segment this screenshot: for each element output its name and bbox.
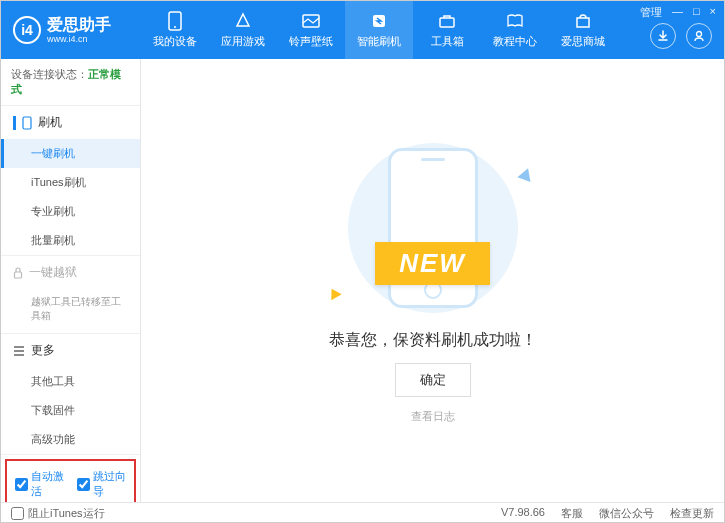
apps-icon [233, 11, 253, 31]
svg-rect-4 [440, 18, 454, 27]
minimize-button[interactable]: — [672, 5, 683, 20]
triangle-icon [326, 285, 341, 300]
triangle-icon [517, 165, 534, 181]
phone-icon [165, 11, 185, 31]
view-log-link[interactable]: 查看日志 [411, 409, 455, 424]
svg-rect-7 [23, 117, 31, 129]
nav-tutorials[interactable]: 教程中心 [481, 1, 549, 59]
logo-icon: i4 [13, 16, 41, 44]
success-illustration: NEW [323, 138, 543, 318]
list-icon [13, 346, 25, 356]
settings-link[interactable]: 管理 [640, 5, 662, 20]
wechat-link[interactable]: 微信公众号 [599, 506, 654, 521]
header-right-buttons [650, 23, 712, 49]
skip-guide-checkbox[interactable]: 跳过向导 [77, 469, 127, 499]
nav-label: 爱思商城 [561, 34, 605, 49]
nav-label: 铃声壁纸 [289, 34, 333, 49]
store-icon [573, 11, 593, 31]
window-controls: 管理 — □ × [640, 5, 716, 20]
download-button[interactable] [650, 23, 676, 49]
wallpaper-icon [301, 11, 321, 31]
sidebar-item-advanced[interactable]: 高级功能 [1, 425, 140, 454]
brand-url: www.i4.cn [47, 34, 111, 45]
jailbreak-note: 越狱工具已转移至工具箱 [1, 289, 140, 333]
nav-my-device[interactable]: 我的设备 [141, 1, 209, 59]
success-message: 恭喜您，保资料刷机成功啦！ [329, 330, 537, 351]
footer: 阻止iTunes运行 V7.98.66 客服 微信公众号 检查更新 [1, 502, 724, 523]
sidebar-item-other-tools[interactable]: 其他工具 [1, 367, 140, 396]
phone-icon [22, 116, 32, 130]
nav-label: 应用游戏 [221, 34, 265, 49]
sidebar-more-header[interactable]: 更多 [1, 334, 140, 367]
svg-point-1 [174, 26, 176, 28]
auto-activate-checkbox[interactable]: 自动激活 [15, 469, 65, 499]
sidebar-item-batch-flash[interactable]: 批量刷机 [1, 226, 140, 255]
new-ribbon: NEW [375, 242, 490, 285]
sidebar-flash-header[interactable]: 刷机 [1, 106, 140, 139]
sidebar-item-itunes-flash[interactable]: iTunes刷机 [1, 168, 140, 197]
main-nav: 我的设备 应用游戏 铃声壁纸 智能刷机 工具箱 教程中心 爱思商城 [141, 1, 724, 59]
svg-point-6 [697, 32, 702, 37]
sidebar-item-pro-flash[interactable]: 专业刷机 [1, 197, 140, 226]
version-label: V7.98.66 [501, 506, 545, 521]
sidebar-jailbreak-header: 一键越狱 [1, 256, 140, 289]
nav-label: 教程中心 [493, 34, 537, 49]
book-icon [505, 11, 525, 31]
nav-apps-games[interactable]: 应用游戏 [209, 1, 277, 59]
nav-toolbox[interactable]: 工具箱 [413, 1, 481, 59]
service-link[interactable]: 客服 [561, 506, 583, 521]
nav-label: 智能刷机 [357, 34, 401, 49]
update-link[interactable]: 检查更新 [670, 506, 714, 521]
maximize-button[interactable]: □ [693, 5, 700, 20]
nav-smart-flash[interactable]: 智能刷机 [345, 1, 413, 59]
lock-icon [13, 267, 23, 279]
sidebar-item-download-firmware[interactable]: 下载固件 [1, 396, 140, 425]
nav-ringtone-wallpaper[interactable]: 铃声壁纸 [277, 1, 345, 59]
sidebar: 设备连接状态：正常模式 刷机 一键刷机 iTunes刷机 专业刷机 批量刷机 一… [1, 59, 141, 502]
app-header: i4 爱思助手 www.i4.cn 我的设备 应用游戏 铃声壁纸 智能刷机 工具… [1, 1, 724, 59]
main-content: NEW 恭喜您，保资料刷机成功啦！ 确定 查看日志 [141, 59, 724, 502]
nav-label: 工具箱 [431, 34, 464, 49]
device-status: 设备连接状态：正常模式 [1, 59, 140, 106]
logo-area: i4 爱思助手 www.i4.cn [1, 15, 141, 45]
brand-name: 爱思助手 [47, 15, 111, 34]
close-button[interactable]: × [710, 5, 716, 20]
svg-rect-8 [15, 272, 22, 278]
confirm-button[interactable]: 确定 [395, 363, 471, 397]
svg-rect-5 [577, 18, 589, 27]
checkbox-highlight-area: 自动激活 跳过向导 [5, 459, 136, 502]
nav-store[interactable]: 爱思商城 [549, 1, 617, 59]
sidebar-item-onekey-flash[interactable]: 一键刷机 [1, 139, 140, 168]
flash-icon [369, 11, 389, 31]
block-itunes-checkbox[interactable]: 阻止iTunes运行 [11, 506, 105, 521]
user-button[interactable] [686, 23, 712, 49]
toolbox-icon [437, 11, 457, 31]
status-label: 设备连接状态： [11, 68, 88, 80]
nav-label: 我的设备 [153, 34, 197, 49]
